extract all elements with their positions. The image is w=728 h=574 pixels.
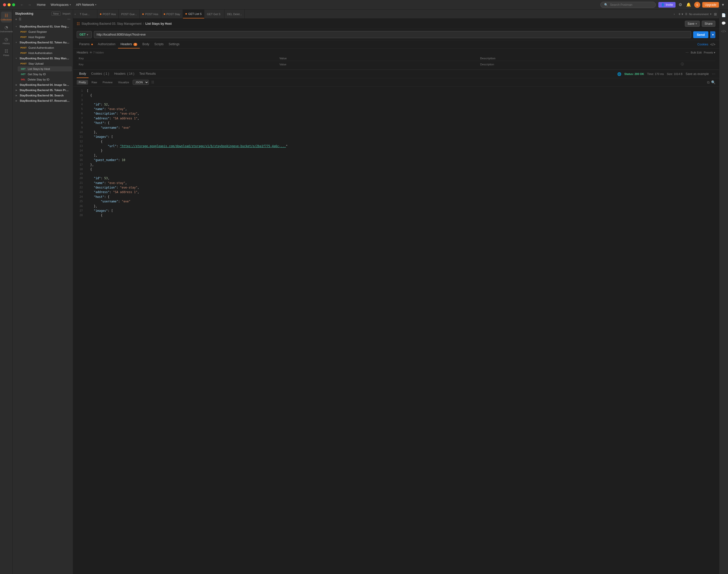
tab-more-icon[interactable]: ▾ xyxy=(682,12,683,16)
right-icon-comment[interactable]: 💬 xyxy=(720,20,727,27)
new-button[interactable]: New xyxy=(51,12,60,16)
bulk-edit-button[interactable]: Bulk Edit xyxy=(691,51,701,54)
header-value-input[interactable] xyxy=(279,63,476,66)
filter-icon[interactable]: ☷ xyxy=(151,81,154,84)
import-button[interactable]: Import xyxy=(62,12,71,15)
format-pretty[interactable]: Pretty xyxy=(77,80,88,85)
resp-tab-test-results[interactable]: Test Results xyxy=(137,70,158,78)
format-type-selector[interactable]: JSON XML HTML Text xyxy=(133,80,149,85)
tab-scroll-left[interactable]: ‹ xyxy=(73,10,77,18)
req-tab-scripts[interactable]: Scripts xyxy=(152,40,166,48)
tab-get-list[interactable]: GET List S xyxy=(183,10,204,18)
tab-del-del[interactable]: DEL Delet... xyxy=(225,10,245,18)
share-button[interactable]: Share xyxy=(702,21,715,27)
avatar-icon[interactable]: S xyxy=(694,2,700,8)
forward-button[interactable]: → xyxy=(27,2,32,7)
method-badge-get: GET xyxy=(20,68,27,71)
tree-item-get-list-stays[interactable]: GET List Stays by Host xyxy=(18,67,72,72)
filter-icon[interactable]: ☰ xyxy=(19,17,21,21)
upgrade-button[interactable]: Upgrade xyxy=(702,2,719,8)
upgrade-chevron-icon[interactable]: ▾ xyxy=(721,1,725,8)
format-visualize[interactable]: Visualize xyxy=(116,80,131,85)
cookies-link[interactable]: Cookies xyxy=(697,43,708,46)
env-settings-icon[interactable]: ⊞ xyxy=(714,12,717,16)
collection-3-header[interactable]: ▾ StayBooking Backend 03. Stay Manag... xyxy=(14,56,72,61)
header-desc-input[interactable] xyxy=(480,63,677,66)
maximize-button[interactable] xyxy=(12,3,15,6)
tree-item-post-guest-auth[interactable]: POST Guest Authentication xyxy=(18,45,72,50)
format-raw[interactable]: Raw xyxy=(90,80,99,85)
resp-tab-headers[interactable]: Headers ( 14 ) xyxy=(111,70,137,78)
copy-icon[interactable]: ⧉ xyxy=(707,80,710,85)
collections-toolbar: + ☰ ⋯ xyxy=(13,17,73,23)
header-key-input[interactable] xyxy=(79,63,275,66)
notification-icon[interactable]: 🔔 xyxy=(685,1,692,8)
api-network-menu[interactable]: API Network ▾ xyxy=(74,2,98,8)
code-line-6: 6 "description": "eve-stay", xyxy=(73,111,719,116)
tree-item-post-stay-upload[interactable]: POST Stay Upload xyxy=(18,61,72,66)
code-view-icon[interactable]: </> xyxy=(710,42,715,46)
tab-scroll-right[interactable]: › xyxy=(672,10,676,18)
resp-tab-cookies[interactable]: Cookies ( 1 ) xyxy=(89,70,111,78)
tree-item-post-guest-register[interactable]: POST Guest Register xyxy=(18,29,72,34)
app-container: ☷ Collections ◔ Environments ◷ History ☷… xyxy=(0,10,728,574)
more-options-icon[interactable]: ⋯ xyxy=(712,72,715,76)
send-dropdown-button[interactable]: ▾ xyxy=(710,31,715,38)
workspaces-menu[interactable]: Workspaces ▾ xyxy=(49,2,73,8)
minimize-button[interactable] xyxy=(8,3,11,6)
presets-button[interactable]: Presets ▾ xyxy=(704,51,715,54)
save-example-button[interactable]: Save as example xyxy=(686,72,709,76)
add-collection-icon[interactable]: + xyxy=(15,17,17,21)
tab-post-gue[interactable]: POST Gue... xyxy=(119,10,140,18)
more-options-icon[interactable]: ⋯ xyxy=(67,17,71,21)
tab-post-host[interactable]: POST Hos xyxy=(97,10,119,18)
collection-6-header[interactable]: ▶ StayBooking Backend 06. Search xyxy=(14,93,72,98)
tree-item-post-host-register[interactable]: POST Host Register xyxy=(18,35,72,40)
save-button[interactable]: Save ▾ xyxy=(685,21,700,27)
sidebar-item-collections[interactable]: ☷ Collections xyxy=(1,12,12,23)
req-tab-params[interactable]: Params xyxy=(77,40,95,48)
new-tab-icon[interactable]: + xyxy=(678,12,681,16)
header-info-icon[interactable]: ⓘ xyxy=(679,61,715,68)
env-chevron-icon[interactable]: ▾ xyxy=(710,13,711,15)
settings-icon[interactable]: ⚙ xyxy=(678,1,683,8)
code-line-21: 21 "name": "eve-stay", xyxy=(73,181,719,185)
environment-label[interactable]: No environment xyxy=(689,13,709,16)
close-button[interactable] xyxy=(3,3,6,6)
req-tab-authorization[interactable]: Authorization xyxy=(95,40,118,48)
right-icon-docs[interactable]: 📄 xyxy=(720,12,727,19)
collection-5-header[interactable]: ▶ StayBooking Backend 05. Token Prote... xyxy=(14,88,72,93)
method-selector[interactable]: GET ▾ xyxy=(77,31,92,38)
req-tab-body[interactable]: Body xyxy=(140,40,151,48)
collection-2-header[interactable]: ▾ StayBooking Backend 02. Token Auth... xyxy=(14,40,72,45)
home-menu[interactable]: Home xyxy=(35,2,48,8)
collection-4-header[interactable]: ▶ StayBooking Backend 04. Image Servi... xyxy=(14,82,72,87)
tree-item-post-host-auth[interactable]: POST Host Authentication xyxy=(18,50,72,55)
req-tab-headers[interactable]: Headers 7 xyxy=(118,40,140,48)
more-icon[interactable]: ⋯ xyxy=(686,51,689,54)
sidebar-item-environments[interactable]: ◔ Environments xyxy=(1,24,12,34)
tab-get-s[interactable]: GET Get S xyxy=(204,10,225,18)
tab-t-guest-reg[interactable]: T Gue... xyxy=(77,10,97,18)
search-code-icon[interactable]: 🔍 xyxy=(711,80,715,85)
back-button[interactable]: ← xyxy=(19,2,25,7)
sidebar-item-flows[interactable]: ☷ Flows xyxy=(1,47,12,58)
sidebar-item-history[interactable]: ◷ History xyxy=(1,35,12,46)
send-button[interactable]: Send xyxy=(693,31,708,38)
invite-button[interactable]: 👤 Invite xyxy=(658,2,676,8)
search-input[interactable] xyxy=(610,3,652,7)
collection-7-header[interactable]: ▶ StayBooking Backend 07. Reservation xyxy=(14,98,72,103)
tree-item-del-stay-id[interactable]: DEL Delete Stay by ID xyxy=(18,77,72,82)
collection-1-header[interactable]: ▾ StayBooking Backend 01. User Registr..… xyxy=(14,24,72,29)
req-tab-settings[interactable]: Settings xyxy=(166,40,182,48)
tab-post-host2[interactable]: POST Hos xyxy=(140,10,161,18)
resp-tab-body[interactable]: Body xyxy=(77,70,89,78)
tree-item-get-stay-id[interactable]: GET Get Stay by ID xyxy=(18,72,72,77)
right-icon-code[interactable]: </> xyxy=(720,28,727,35)
tab-post-stay[interactable]: POST Stay xyxy=(161,10,183,18)
url-input[interactable] xyxy=(94,31,691,38)
search-bar[interactable]: 🔍 xyxy=(600,2,656,8)
code-line-9: 9 "username": "eve" xyxy=(73,125,719,130)
format-preview[interactable]: Preview xyxy=(101,80,115,85)
globe-icon[interactable]: 🌐 xyxy=(617,72,621,76)
